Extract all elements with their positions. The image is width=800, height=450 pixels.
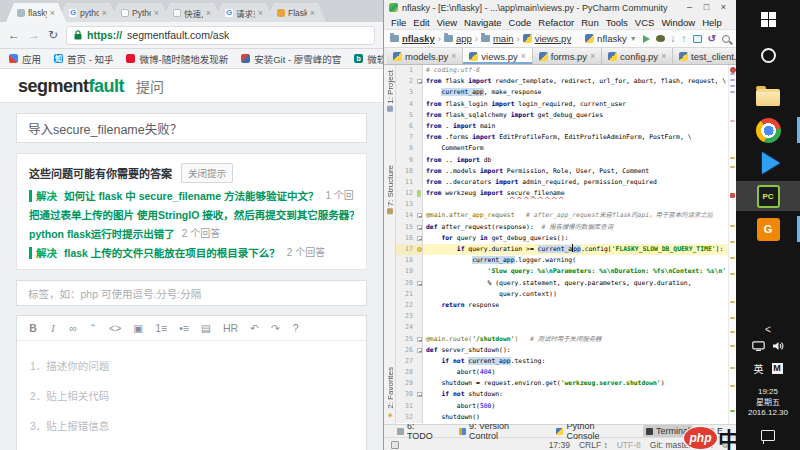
bookmark-item[interactable]: 应用 xyxy=(9,52,41,66)
file-encoding[interactable]: UTF-8 xyxy=(617,440,641,450)
toolwindow-button-project[interactable]: 1: Project xyxy=(384,70,396,112)
minimize-button[interactable]: – xyxy=(682,1,697,14)
tab-close-icon[interactable]: × xyxy=(521,51,526,61)
suggested-question-link[interactable]: 把通过表单上传的图片 使用StringIO 接收，然后再提交到其它服务器？1 个… xyxy=(29,209,354,221)
address-bar[interactable]: https://segmentfault.com/ask xyxy=(66,26,375,45)
browser-tab[interactable]: 快速入× xyxy=(162,3,222,22)
tab-close-icon[interactable]: × xyxy=(451,51,456,61)
help-icon[interactable]: ? xyxy=(292,322,300,334)
tab-close-icon[interactable]: × xyxy=(661,51,666,61)
suggested-question-link[interactable]: 解决flask 上传的文件只能放在项目的根目录下么？2 个回答 xyxy=(29,247,354,259)
bookmark-item[interactable]: 知首页 - 知乎 xyxy=(54,52,113,66)
tab-close-icon[interactable]: × xyxy=(102,8,107,18)
toolwindow-button-structure[interactable]: 7: Structure xyxy=(384,165,396,214)
media-player-button[interactable] xyxy=(736,148,800,178)
editor-tab-models.py[interactable]: models.py× xyxy=(387,48,463,64)
caret-position[interactable]: 17:39 xyxy=(549,440,570,450)
ordered-list-icon[interactable]: 1≡ xyxy=(155,322,167,334)
code-icon[interactable]: <> xyxy=(109,322,121,334)
bookmark-item[interactable]: 安装Git - 廖雪峰的官 xyxy=(241,52,341,66)
reload-button[interactable]: ↻ xyxy=(48,29,58,41)
editor-tab-views.py[interactable]: views.py× xyxy=(463,48,532,64)
breadcrumb-item[interactable]: app xyxy=(444,33,472,44)
run-button[interactable] xyxy=(643,35,650,43)
pycharm-taskbar-button[interactable]: PC xyxy=(736,181,800,211)
menu-code[interactable]: Code xyxy=(509,17,532,28)
action-center-button[interactable] xyxy=(736,424,800,446)
toolwindow-button-favorites[interactable]: ★2: Favorites xyxy=(384,367,396,419)
pycharm-titlebar[interactable]: nflasky - [E:\nflasky] - ...\app\main\vi… xyxy=(384,0,736,15)
menu-view[interactable]: View xyxy=(437,17,457,28)
browser-tab[interactable]: Flask× xyxy=(266,3,326,22)
maximize-button[interactable]: □ xyxy=(699,1,714,14)
suggested-question-link[interactable]: 解决如何让 flask 中 secure_filename 方法能够验证中文？1… xyxy=(29,190,354,202)
debug-button[interactable] xyxy=(656,35,665,42)
recent-changes-button[interactable] xyxy=(693,35,702,43)
run-configuration-select[interactable]: nflasky ▼ xyxy=(585,33,637,44)
tab-close-icon[interactable]: × xyxy=(258,8,263,18)
bookmark-item[interactable]: b微软必应搜索 - 全球 xyxy=(354,52,383,66)
fold-marker-icon[interactable] xyxy=(417,213,422,218)
segmentfault-logo[interactable]: segmentfault xyxy=(18,76,124,97)
tray-overflow-button[interactable]: < xyxy=(736,322,800,336)
menu-window[interactable]: Window xyxy=(661,17,695,28)
editor-content[interactable]: 1．描述你的问题2．贴上相关代码3．贴上报错信息4．贴上相关截图 xyxy=(17,341,366,450)
browser-tab[interactable]: Python× xyxy=(110,3,170,22)
volume-icon[interactable] xyxy=(773,341,785,351)
browser-tab[interactable]: G请求对× xyxy=(214,3,274,22)
horizontal-rule-icon[interactable]: HR xyxy=(223,322,238,334)
menu-edit[interactable]: Edit xyxy=(413,17,429,28)
intention-bulb-icon[interactable] xyxy=(417,247,422,252)
line-separator[interactable]: CRLF ↕ xyxy=(579,440,608,450)
breadcrumb-item[interactable]: views.py xyxy=(523,33,571,44)
fold-marker-icon[interactable] xyxy=(417,348,422,353)
editor-tab-config.py[interactable]: config.py× xyxy=(602,48,673,64)
link-icon[interactable]: ∞ xyxy=(69,322,77,334)
browser-tab[interactable]: Gpytho× xyxy=(58,3,118,22)
orange-app-button[interactable]: G xyxy=(736,214,800,244)
undo-icon[interactable]: ↶ xyxy=(250,322,259,334)
tab-close-icon[interactable]: × xyxy=(154,8,159,18)
quote-icon[interactable]: “ xyxy=(89,322,97,334)
fold-marker-icon[interactable] xyxy=(417,225,422,230)
back-button[interactable]: ← xyxy=(8,29,20,41)
taskbar-clock[interactable]: 19:25 星期五 2016.12.30 xyxy=(736,386,800,420)
code-editor[interactable]: 1# coding:utf-82from flask import render… xyxy=(396,65,728,424)
close-button[interactable]: × xyxy=(716,1,731,14)
search-everywhere-icon[interactable] xyxy=(722,35,730,43)
fold-marker-icon[interactable] xyxy=(417,79,422,84)
fold-marker-icon[interactable] xyxy=(417,392,422,397)
chrome-button[interactable] xyxy=(736,115,800,145)
cortana-button[interactable] xyxy=(736,40,800,70)
toolwindow-button-py[interactable]: Python Console xyxy=(553,425,632,437)
editor-tab-forms.py[interactable]: forms.py× xyxy=(533,48,602,64)
menu-run[interactable]: Run xyxy=(581,17,598,28)
italic-icon[interactable]: I xyxy=(49,323,57,334)
redo-icon[interactable]: ↷ xyxy=(271,322,280,334)
toolwindow-toggle-icon[interactable] xyxy=(391,441,399,449)
suggested-question-link[interactable]: python flask运行时提示出错了2 个回答 xyxy=(29,228,354,240)
network-icon[interactable] xyxy=(752,341,765,351)
tags-input[interactable]: 标签，如：php 可使用逗号.分号:分隔 xyxy=(16,280,367,306)
fold-marker-icon[interactable] xyxy=(417,337,422,342)
image-icon[interactable]: ▣ xyxy=(133,322,143,334)
browser-tab[interactable]: flasky× xyxy=(6,3,66,22)
unordered-list-icon[interactable]: •≡ xyxy=(179,322,189,334)
menu-help[interactable]: Help xyxy=(702,17,722,28)
tab-close-icon[interactable]: × xyxy=(50,8,55,18)
ime-indicator[interactable]: 英 M xyxy=(736,360,800,376)
question-title-input[interactable]: 导入secure_filename失败？ xyxy=(16,113,367,143)
table-icon[interactable]: ▤ xyxy=(201,322,211,334)
menu-tools[interactable]: Tools xyxy=(606,17,628,28)
toolwindow-button-todo[interactable]: 6: TODO xyxy=(394,425,445,437)
menu-vcs[interactable]: VCS xyxy=(635,17,655,28)
breadcrumb-item[interactable]: main xyxy=(481,33,514,44)
breadcrumb-item[interactable]: nflasky xyxy=(390,33,435,44)
bookmark-item[interactable]: 微博-随时随地发现新 xyxy=(126,52,228,66)
tab-close-icon[interactable]: × xyxy=(310,8,315,18)
start-button[interactable] xyxy=(736,4,800,34)
toolwindow-button-vc[interactable]: 9: Version Control xyxy=(456,425,542,437)
menu-navigate[interactable]: Navigate xyxy=(464,17,502,28)
dismiss-suggestions-button[interactable]: 关闭提示 xyxy=(181,163,233,183)
fold-marker-icon[interactable] xyxy=(417,236,422,241)
